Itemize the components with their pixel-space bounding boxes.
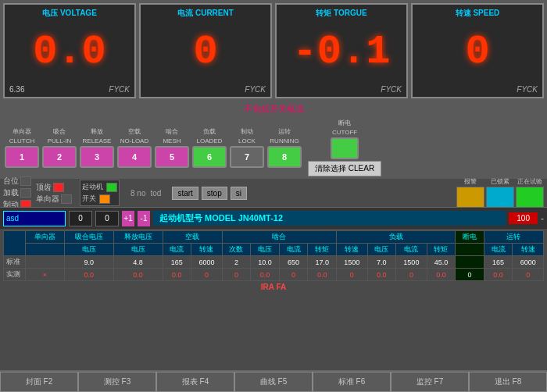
toolbar-btn-f4[interactable]: 报表 F4 [156,372,234,392]
model-num1[interactable] [69,211,92,226]
standard-label: 标准 [4,256,26,269]
current-meter: 电流 CURRENT 0 FYCK [139,3,272,98]
alert-leds-row [456,187,544,208]
si-button[interactable]: si [231,187,247,200]
lock-group: 制动 LOCK 7 [230,127,264,168]
status-row-1: 台位 加载 制动 顶齿 单向器 起动机 [0,179,547,207]
noload-button[interactable]: 4 [117,146,152,168]
running-group: 运转 RUNNING 8 [267,127,302,168]
std-kz-dianliu: 165 [163,256,191,269]
model-input[interactable] [3,211,66,226]
stop-button[interactable]: stop [202,187,227,200]
std-nh-dianyu: 10.0 [251,256,280,269]
th-fuzai: 负载 [336,231,455,244]
warning-text: 不包括开关电流 [0,102,547,116]
release-button[interactable]: 3 [80,146,114,168]
std-fz-dianyu: 7.0 [367,256,396,269]
current-value: 0 [145,19,266,85]
start-stop-group: start stop si [172,187,247,200]
model-row: +1 -1 起动机型号 MODEL JN40MT-12 100 - [0,207,547,229]
clutch-label-en: CLUTCH [9,137,34,144]
pullin-label-cn: 吸合 [53,127,66,136]
data-table: 单向器 吸合电压 释放电压 空载 啮合 负载 断电 运转 电压 电压 电流 转速… [3,230,544,281]
speed-value: 0 [417,19,538,85]
mesh-label-en: MESH [163,137,181,144]
toolbar-btn-f2[interactable]: 封面 F2 [0,372,78,392]
mesh-button[interactable]: 5 [155,146,189,168]
release-label-cn: 释放 [91,127,103,136]
lock-label-cn: 制动 [241,127,253,136]
actual-kz-dianliu: 0.0 [163,269,191,281]
table-row-standard: 标准 9.0 4.8 165 6000 2 10.0 650 17.0 1500… [4,256,544,269]
actual-nh-dianyu: 0.0 [251,269,280,281]
kaiguan-label: 开关 [82,194,96,204]
th-kongzai: 空载 [163,231,222,244]
model-num2[interactable] [95,211,119,226]
dingchi-danxiang-group: 顶齿 单向器 [36,182,72,205]
hewei-label: 台位 [3,176,19,187]
zhengzaishiyan-led [516,187,544,208]
yisuojin-led [486,187,514,208]
std-nh-zhuanju: 17.0 [308,256,337,269]
std-dd-blank [456,256,484,269]
danxiangqi-status: 单向器 [36,194,72,205]
loaded-group: 负载 LOADED 6 [192,127,227,168]
speed-fyck: FYCK [517,85,538,94]
toolbar-btn-f6[interactable]: 标准 F6 [313,372,391,392]
kaiguan-row: 开关 [82,194,117,204]
actual-fz-dianliu: 0 [396,269,427,281]
actual-nh-cishu: 0 [222,269,251,281]
mesh-label-cn: 啮合 [166,127,178,136]
std-yz-zhuansu: 6000 [513,256,544,269]
th-zhuanju2: 转矩 [427,244,456,256]
start-button[interactable]: start [172,187,198,200]
toolbar-btn-f5[interactable]: 曲线 F5 [234,372,313,392]
th-zhuansu3: 转速 [513,244,544,256]
pullin-button[interactable]: 2 [42,146,77,168]
actual-xehe: 0.0 [64,269,113,281]
running-button[interactable]: 8 [267,146,302,168]
hewei-led [20,176,31,186]
cutoff-label-en: CUTOFF [332,129,357,136]
toolbar-btn-f3[interactable]: 测控 F3 [78,372,156,392]
voltage-fyck: FYCK [109,85,130,94]
data-section: 单向器 吸合电压 释放电压 空载 啮合 负载 断电 运转 电压 电压 电流 转速… [0,229,547,370]
clear-button[interactable]: 清除选择 CLEAR [308,161,381,176]
zhengzaishiyan-label: 正在试验 [516,177,544,186]
th-dianliu4: 电流 [484,244,513,256]
model-minus-button[interactable]: -1 [138,211,150,226]
ira-fa-text: IRA FA [261,283,286,291]
model-red-button[interactable]: 100 [509,212,538,224]
toolbar-btn-f7[interactable]: 监控 F7 [391,372,469,392]
th-zhuansu2: 转速 [336,244,367,256]
th-zhuansu1: 转速 [191,244,223,256]
actual-x: × [26,269,65,281]
th-dianliu1: 电流 [163,244,191,256]
dingchi-led [53,183,64,192]
torque-bottom: FYCK [281,85,402,94]
voltage-meter: 电压 VOLTAGE 0.0 6.36 FYCK [3,3,136,98]
voltage-value: 0.0 [9,19,130,85]
loaded-label-cn: 负载 [203,127,216,136]
control-button-section: 单向器 CLUTCH 1 吸合 PULL-IN 2 释放 RELEASE 3 空… [0,116,547,179]
torque-label: 转矩 TORGUE [281,8,402,19]
clutch-button[interactable]: 1 [5,146,39,168]
hewei-status: 台位 [3,176,31,187]
yisuojin-label: 已锁紧 [486,177,514,186]
no-text: 8 no [130,189,145,198]
lock-button[interactable]: 7 [230,146,264,168]
model-plus-button[interactable]: +1 [122,211,134,226]
actual-nh-dianliu: 0 [279,269,308,281]
table-header-row1: 单向器 吸合电压 释放电压 空载 啮合 负载 断电 运转 [4,231,544,244]
dingchi-status: 顶齿 [36,182,72,193]
loaded-button[interactable]: 6 [192,146,227,168]
release-group: 释放 RELEASE 3 [80,127,114,168]
toolbar-btn-f8[interactable]: 退出 F8 [469,372,547,392]
cutoff-button[interactable] [331,137,359,159]
th-zhuanju1: 转矩 [308,244,337,256]
current-label: 电流 CURRENT [145,8,266,19]
jiazai-status: 加载 [3,187,31,198]
dingchi-label: 顶齿 [36,182,52,193]
jiazai-label: 加载 [3,187,19,198]
actual-fz-zhuanju: 0.0 [427,269,456,281]
